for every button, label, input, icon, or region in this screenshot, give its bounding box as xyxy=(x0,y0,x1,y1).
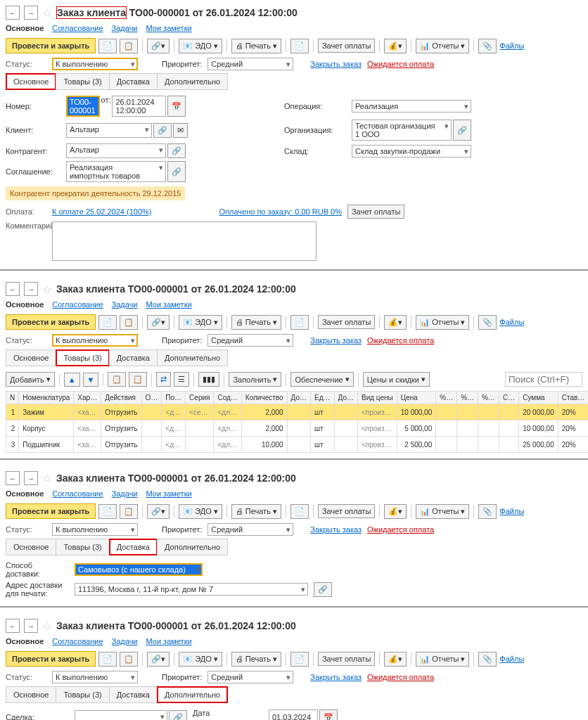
page-title-prefix: Заказ клиента xyxy=(56,6,127,19)
up-icon[interactable]: ▲ xyxy=(64,373,80,387)
delivery-method-label: Способ доставки: xyxy=(6,561,69,578)
back-button[interactable]: ← xyxy=(6,282,20,296)
table-row[interactable]: 3Подшипник<ха…Отгрузить<д…<дл…10,000шт<п… xyxy=(6,437,589,453)
offset-button[interactable]: Зачет оплаты xyxy=(318,39,375,53)
back-button[interactable]: ← xyxy=(6,6,20,20)
awaiting-payment-link[interactable]: Ожидается оплата xyxy=(367,60,434,68)
client-label: Клиент: xyxy=(6,126,62,134)
operation-label: Операция: xyxy=(284,102,347,110)
number-input[interactable]: ТО00-000001 xyxy=(66,96,100,117)
date-agreement-input[interactable]: 01.03.2024 xyxy=(269,709,318,720)
calendar-icon[interactable]: 📅 xyxy=(167,96,186,117)
close-order-link[interactable]: Закрыть заказ xyxy=(310,60,362,68)
save-icon[interactable]: 📄 xyxy=(98,39,117,53)
offset-button-2[interactable]: Зачет оплаты xyxy=(347,205,404,219)
warehouse-input[interactable]: Склад закупки-продажи xyxy=(352,145,471,158)
post-close-button[interactable]: Провести и закрыть xyxy=(6,38,96,53)
prices-button[interactable]: Цены и скидки ▾ xyxy=(363,372,430,387)
agreement-input[interactable]: Реализация импортных товаров xyxy=(66,161,166,182)
status-label: Статус: xyxy=(6,60,46,68)
add-button[interactable]: Добавить ▾ xyxy=(6,372,55,387)
back-button[interactable]: ← xyxy=(6,619,20,633)
table-row[interactable]: 1Зажим<ха…Отгрузить<д…<се…<дл…2,000шт<пр… xyxy=(6,404,589,420)
org-input[interactable]: Тестовая организация 1 ООО xyxy=(352,120,452,141)
agreement-label: Соглашение: xyxy=(6,167,62,176)
post-icon[interactable]: 📋 xyxy=(120,39,138,53)
deal-input[interactable] xyxy=(75,710,167,721)
files-link[interactable]: Файлы xyxy=(499,41,524,50)
down-icon[interactable]: ▼ xyxy=(83,373,99,387)
barcode-icon[interactable]: ▮▮▮ xyxy=(198,372,219,387)
search-input[interactable] xyxy=(505,372,582,387)
org-open-icon[interactable]: 🔗 xyxy=(453,120,471,141)
nav-notes[interactable]: Мои заметки xyxy=(146,24,192,32)
money-icon[interactable]: 💰▾ xyxy=(384,39,407,53)
tab-goods[interactable]: Товары (3) xyxy=(56,349,109,366)
date-input[interactable]: 26.01.2024 12:00:00 xyxy=(112,96,166,117)
agreement-open-icon[interactable]: 🔗 xyxy=(167,161,186,182)
warning-text: Контрагент прекратил деятельность 29.12.… xyxy=(6,186,185,200)
forward-button[interactable]: → xyxy=(24,471,38,485)
comment-input[interactable] xyxy=(52,221,317,261)
client-mail-icon[interactable]: ✉ xyxy=(173,123,188,138)
nav-agreement[interactable]: Согласование xyxy=(52,24,103,32)
favorite-icon[interactable]: ☆ xyxy=(42,6,52,20)
tab-delivery[interactable]: Доставка xyxy=(109,349,158,366)
details-icon[interactable]: ☰ xyxy=(174,372,189,387)
org-label: Организация: xyxy=(284,126,347,134)
client-input[interactable]: Альтаир xyxy=(66,123,152,138)
delivery-method-input[interactable]: Самовывоз (с нашего склада) xyxy=(75,563,203,576)
back-button[interactable]: ← xyxy=(6,471,20,485)
priority-select[interactable]: Средний xyxy=(207,58,293,70)
number-label: Номер: xyxy=(6,102,62,110)
nav-tasks[interactable]: Задачи xyxy=(112,24,138,32)
doc-icon[interactable]: 📄 xyxy=(290,39,309,53)
favorite-icon[interactable]: ☆ xyxy=(42,472,52,485)
favorite-icon[interactable]: ☆ xyxy=(42,619,52,633)
paste-icon[interactable]: 📋 xyxy=(129,372,147,387)
operation-select[interactable]: Реализация xyxy=(352,100,471,112)
status-select[interactable]: К выполнению xyxy=(52,58,138,70)
share-icon[interactable]: ⇄ xyxy=(156,372,171,387)
priority-label: Приоритет: xyxy=(162,60,202,68)
address-open-icon[interactable]: 🔗 xyxy=(314,582,332,597)
page-title: Заказ клиента ТО00-000001 от 26.01.2024 … xyxy=(56,283,296,295)
edo-button[interactable]: 📧 ЭДО ▾ xyxy=(179,39,222,53)
reports-button[interactable]: 📊 Отчеты ▾ xyxy=(416,39,469,53)
tab-delivery[interactable]: Доставка xyxy=(109,539,158,555)
calendar-icon[interactable]: 📅 xyxy=(319,709,338,720)
copy-icon[interactable]: 📋 xyxy=(108,372,126,387)
payment-link[interactable]: К оплате 25.02.2024 (100%) xyxy=(52,207,152,216)
delivery-address-input[interactable]: 111396, Москва г, 11-й пр-кт, дом № 7 xyxy=(75,583,308,596)
contragent-input[interactable]: Альтаир xyxy=(66,143,166,158)
contragent-open-icon[interactable]: 🔗 xyxy=(167,143,186,158)
contragent-label: Контрагент: xyxy=(6,147,62,155)
tab-main[interactable]: Основное xyxy=(6,73,56,90)
page-title-rest: ТО00-000001 от 26.01.2024 12:00:00 xyxy=(129,7,298,18)
create-based-icon[interactable]: 🔗▾ xyxy=(147,39,170,53)
tab-extra[interactable]: Дополнительно xyxy=(157,686,228,703)
delivery-address-label: Адрес доставки для печати: xyxy=(6,581,69,598)
goods-table: NНоменклатураХар…ДействияО…По…СерияСод…К… xyxy=(6,391,588,453)
tab-extra[interactable]: Дополнительно xyxy=(157,349,228,366)
table-row[interactable]: 2Корпус<ха…Отгрузить<д…<дл…2,000шт<произ… xyxy=(6,420,589,437)
attach-icon[interactable]: 📎 xyxy=(478,39,497,53)
tab-main[interactable]: Основное xyxy=(6,349,56,366)
forward-button[interactable]: → xyxy=(24,6,38,20)
comment-label: Комментарий: xyxy=(6,221,46,230)
client-open-icon[interactable]: 🔗 xyxy=(153,123,172,138)
forward-button[interactable]: → xyxy=(24,282,38,296)
tab-extra[interactable]: Дополнительно xyxy=(157,73,228,90)
tab-goods[interactable]: Товары (3) xyxy=(56,73,109,90)
supply-button[interactable]: Обеспечение ▾ xyxy=(290,372,353,387)
tab-delivery[interactable]: Доставка xyxy=(109,73,158,90)
paid-link[interactable]: Оплачено по заказу: 0,00 RUB 0% xyxy=(219,207,342,216)
nav-main[interactable]: Основное xyxy=(6,24,44,32)
favorite-icon[interactable]: ☆ xyxy=(42,283,52,296)
forward-button[interactable]: → xyxy=(24,619,38,633)
print-button[interactable]: 🖨 Печать ▾ xyxy=(231,39,281,53)
warehouse-label: Склад: xyxy=(284,147,347,155)
payment-label: Оплата: xyxy=(6,207,46,216)
post-close-button[interactable]: Провести и закрыть xyxy=(6,314,96,330)
fill-button[interactable]: Заполнить ▾ xyxy=(229,372,281,387)
